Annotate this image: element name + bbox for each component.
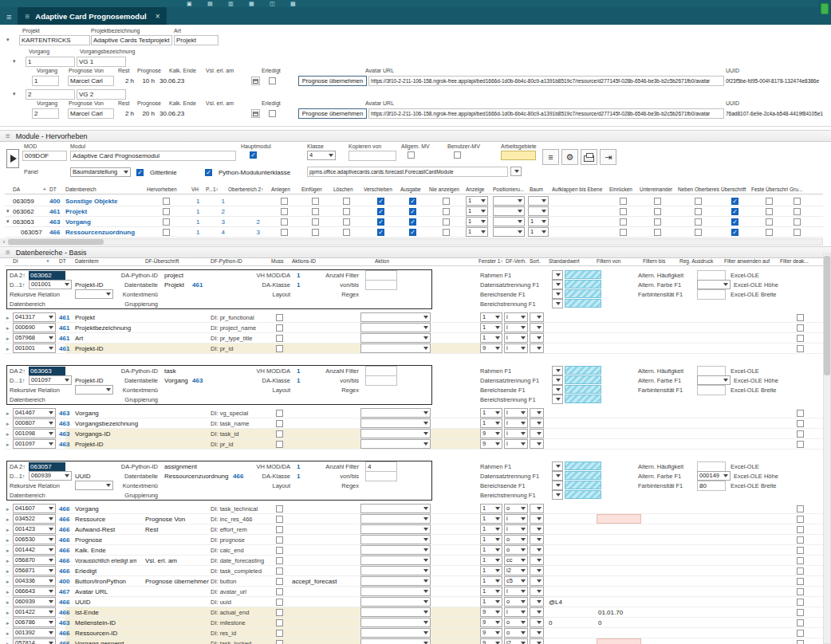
muss-checkbox[interactable] — [276, 526, 283, 533]
sortierung-select[interactable] — [530, 576, 544, 586]
aktion-select[interactable] — [360, 566, 431, 575]
aktion-select[interactable] — [360, 418, 431, 428]
altern-farbe-select[interactable] — [697, 375, 731, 385]
datenitem-name[interactable]: UUID — [75, 599, 144, 606]
baum-select[interactable]: 1 — [528, 217, 549, 226]
df-verhalten-select[interactable]: i2 — [504, 638, 528, 644]
positionierung-select[interactable] — [493, 206, 525, 216]
db-row-expander[interactable]: ▸ — [6, 536, 10, 544]
datenitem-name[interactable]: Button/IronPython — [75, 578, 144, 585]
di-select[interactable]: 056871 — [13, 566, 56, 575]
fenster-select[interactable]: 1 — [480, 535, 502, 544]
db-column-header[interactable]: Standardwert — [549, 258, 587, 265]
gitterlinie-checkbox[interactable] — [136, 169, 144, 176]
datenitem-name[interactable]: Ressourcen-ID — [75, 630, 144, 637]
db-column-header[interactable]: Datenitem — [75, 258, 142, 265]
aktion-select[interactable] — [360, 607, 431, 617]
aktion-select[interactable] — [360, 312, 431, 322]
baum-select[interactable] — [528, 196, 549, 206]
ueberschrift-checkbox[interactable] — [731, 218, 738, 226]
klasse-select[interactable]: 4 — [307, 151, 336, 160]
nie-anzeigen-checkbox[interactable] — [443, 208, 450, 215]
neben-oberbereich-checkbox[interactable] — [695, 229, 702, 236]
di-select[interactable]: 000807 — [13, 418, 56, 428]
einruecken-checkbox[interactable] — [620, 198, 627, 205]
di-select[interactable]: 041467 — [13, 408, 56, 418]
db-column-header[interactable]: Aktion — [375, 258, 415, 265]
rahmen-value-box[interactable] — [565, 270, 601, 279]
loeschen-checkbox[interactable] — [343, 208, 350, 215]
muss-checkbox[interactable] — [276, 324, 283, 332]
standardwert-value[interactable]: 0 — [549, 619, 552, 626]
datensatztrennung-value-box[interactable] — [565, 375, 601, 384]
muss-checkbox[interactable] — [276, 441, 283, 448]
filter-deaktivieren-checkbox[interactable] — [797, 516, 804, 523]
standardwert-value[interactable]: @L4 — [549, 599, 562, 606]
ausgabe-checkbox[interactable] — [409, 229, 416, 236]
farbintensitaet-field[interactable] — [697, 385, 726, 395]
db-column-header[interactable]: Reg. Ausdruck — [679, 258, 719, 265]
nie-anzeigen-checkbox[interactable] — [443, 229, 450, 236]
untereinander-checkbox[interactable] — [654, 208, 661, 215]
gruppierung-checkbox[interactable] — [794, 229, 801, 236]
ausgabe-checkbox[interactable] — [409, 208, 416, 215]
muss-checkbox[interactable] — [276, 588, 283, 595]
task-vorgang-cell[interactable]: 1 — [32, 76, 59, 86]
db-column-header[interactable]: Filter deak... — [780, 258, 817, 265]
filter-deaktivieren-checkbox[interactable] — [797, 536, 804, 544]
bereichstrennung-select[interactable] — [552, 395, 563, 404]
task-expander-icon[interactable]: ▾ — [13, 58, 16, 65]
db-row-expander[interactable]: ▸ — [6, 557, 10, 564]
bereichstrennung-select[interactable] — [552, 299, 563, 308]
vertical-scroll-thumb[interactable] — [824, 256, 830, 375]
muss-checkbox[interactable] — [276, 599, 283, 606]
muss-checkbox[interactable] — [276, 430, 283, 438]
db-row-expander[interactable]: ▸ — [6, 578, 10, 585]
db-row-expander[interactable]: ▸ — [6, 345, 10, 352]
df-verhalten-select[interactable]: cc — [504, 556, 528, 565]
projekt-id-cell[interactable]: KARTENTRICKS — [19, 35, 90, 45]
projekt-art-cell[interactable]: Projekt — [174, 35, 219, 45]
toolbar-icon[interactable]: ▥ — [228, 1, 234, 7]
fenster-select[interactable]: 1 — [480, 566, 502, 575]
filter-deaktivieren-checkbox[interactable] — [797, 505, 804, 512]
datenitem-name[interactable]: Ist-Ende — [75, 609, 144, 616]
sortierung-select[interactable] — [530, 638, 544, 644]
datenitem-name[interactable]: Avatar URL — [75, 588, 144, 595]
fenster-select[interactable]: 9 — [480, 344, 502, 353]
db-row-expander[interactable]: ▸ — [6, 420, 10, 427]
aktion-select[interactable] — [360, 618, 431, 627]
anzeige-select[interactable]: 1 — [466, 217, 488, 226]
nie-anzeigen-checkbox[interactable] — [443, 218, 450, 226]
di-select[interactable]: 001423 — [13, 524, 56, 534]
db-column-header[interactable]: DI — [13, 258, 43, 265]
datenbereich-name[interactable]: Vorgang — [65, 218, 91, 226]
muss-checkbox[interactable] — [276, 345, 283, 352]
prognose-von-cell[interactable]: Marcel Carl — [68, 108, 114, 119]
db-row-expander[interactable]: ▸ — [6, 335, 10, 342]
di-select[interactable]: 041317 — [13, 312, 56, 322]
vorgang-id-cell[interactable]: 1 — [26, 57, 75, 67]
muss-checkbox[interactable] — [276, 630, 283, 637]
einfuegen-checkbox[interactable] — [312, 218, 319, 226]
vorgang-id-cell[interactable]: 2 — [26, 89, 75, 100]
filter-deaktivieren-checkbox[interactable] — [797, 410, 804, 417]
filter-von-highlight[interactable] — [597, 514, 641, 524]
kalk-ende-value[interactable]: 30.06.23 — [160, 110, 184, 117]
da-number[interactable]: 063063 — [13, 218, 34, 226]
filter-deaktivieren-checkbox[interactable] — [797, 441, 804, 448]
tab-close-icon[interactable]: × — [156, 12, 160, 21]
sortierung-select[interactable] — [530, 556, 544, 565]
section-grip-icon[interactable]: ≡ — [6, 132, 10, 140]
einruecken-checkbox[interactable] — [620, 218, 627, 226]
df-ueberschrift-value[interactable]: Rest — [145, 526, 209, 533]
df-verhalten-select[interactable]: i — [504, 587, 528, 596]
di-select[interactable]: 056870 — [13, 556, 56, 565]
df-verhalten-select[interactable]: o — [504, 535, 528, 544]
toolbar-icon[interactable]: ◫ — [270, 1, 275, 7]
db-column-header[interactable]: DT — [59, 258, 73, 265]
datenitem-name[interactable]: Voraussichtlich erledigt am — [75, 557, 144, 564]
da-column-header[interactable]: Hervorheben — [147, 187, 187, 193]
bereichsende-select[interactable] — [552, 385, 563, 395]
sortierung-select[interactable] — [530, 312, 544, 322]
